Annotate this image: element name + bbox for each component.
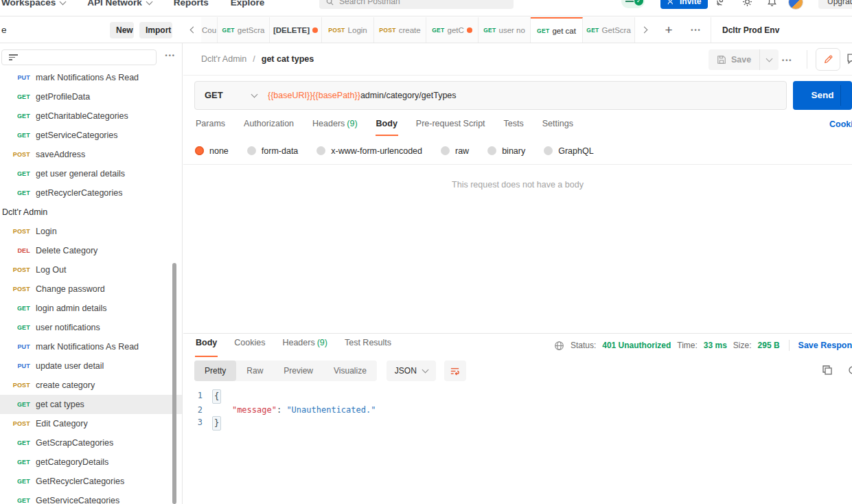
- body-type-option[interactable]: raw: [441, 146, 469, 156]
- request-tab[interactable]: GET getScra: [218, 17, 270, 43]
- request-list-item[interactable]: GET getCategoryDetails: [0, 453, 182, 472]
- radio-button-icon[interactable]: [544, 146, 553, 155]
- request-list-item[interactable]: POST Change password: [0, 279, 182, 299]
- search-response-button[interactable]: [848, 365, 852, 376]
- request-list-item[interactable]: GET getProfileData: [0, 87, 182, 106]
- request-list-item[interactable]: PUT mark Notifications As Read: [0, 68, 182, 87]
- request-list-item[interactable]: GET login admin details: [0, 299, 182, 318]
- wrap-lines-button[interactable]: [444, 360, 466, 381]
- settings-gear-icon[interactable]: [742, 0, 752, 7]
- body-type-option[interactable]: none: [195, 146, 229, 156]
- top-nav-item[interactable]: Workspaces: [1, 0, 65, 8]
- network-globe-icon[interactable]: [554, 341, 564, 351]
- breadcrumb-request-name[interactable]: get cat types: [262, 54, 314, 64]
- breadcrumb-collection[interactable]: Dclt'r Admin: [201, 54, 246, 64]
- copy-response-button[interactable]: [822, 365, 833, 376]
- radio-button-icon[interactable]: [316, 146, 325, 155]
- user-avatar[interactable]: [788, 0, 803, 10]
- request-config-tab[interactable]: Authorization: [243, 115, 295, 135]
- new-button[interactable]: New: [110, 22, 134, 38]
- request-list-item[interactable]: PUT update user detail: [0, 356, 182, 376]
- request-list-item[interactable]: POST Log Out: [0, 260, 182, 279]
- request-tab[interactable]: GET GetScra: [583, 17, 635, 43]
- request-tab[interactable]: Cou: [201, 17, 218, 43]
- response-tab[interactable]: Cookies: [233, 334, 266, 357]
- tab-options-button[interactable]: •••: [682, 17, 711, 43]
- save-options-button[interactable]: [759, 49, 779, 70]
- request-list-item[interactable]: GET get cat types: [0, 395, 182, 414]
- request-more-actions-button[interactable]: •••: [782, 57, 792, 64]
- request-list-item[interactable]: GET user notifications: [0, 318, 182, 337]
- radio-button-icon[interactable]: [195, 146, 204, 155]
- sidebar-more-button[interactable]: •••: [165, 52, 176, 59]
- response-tab[interactable]: Headers(9): [281, 334, 328, 357]
- request-config-tab[interactable]: Headers(9): [312, 115, 358, 135]
- save-split-button[interactable]: Save: [709, 49, 779, 70]
- request-config-tab[interactable]: Pre-request Script: [415, 115, 486, 135]
- sync-status-indicator[interactable]: ✓: [621, 0, 645, 8]
- request-tab[interactable]: [DELETE]: [270, 17, 322, 43]
- top-nav-item[interactable]: API Network: [87, 0, 152, 8]
- response-tab[interactable]: Test Results: [344, 334, 392, 357]
- notifications-bell-icon[interactable]: [767, 0, 777, 7]
- request-list-item[interactable]: PUT mark Notifications As Read: [0, 337, 182, 356]
- response-view-tab[interactable]: Visualize: [323, 360, 377, 381]
- radio-button-icon[interactable]: [441, 146, 450, 155]
- comment-icon[interactable]: [847, 53, 852, 65]
- new-tab-button[interactable]: +: [656, 17, 682, 43]
- cookies-link[interactable]: Cookies: [829, 119, 852, 129]
- request-list-item[interactable]: GET getCharitableCategories: [0, 106, 182, 126]
- response-tab[interactable]: Body: [195, 334, 218, 357]
- request-list-item[interactable]: POST Edit Category: [0, 414, 182, 433]
- request-config-tab[interactable]: Tests: [503, 115, 525, 135]
- request-config-tab[interactable]: Settings: [542, 115, 574, 135]
- request-list-item[interactable]: Dclt'r Admin: [0, 203, 182, 222]
- invite-button[interactable]: Invite: [660, 0, 708, 9]
- request-tab[interactable]: GET get cat: [531, 17, 583, 43]
- request-list-item[interactable]: POST create category: [0, 376, 182, 395]
- import-button[interactable]: Import: [139, 22, 172, 38]
- fold-brace[interactable]: }: [212, 416, 221, 431]
- fold-brace[interactable]: {: [212, 389, 221, 404]
- body-type-option[interactable]: x-www-form-urlencoded: [316, 146, 422, 156]
- response-format-selector[interactable]: JSON: [387, 360, 436, 381]
- body-type-option[interactable]: form-data: [247, 146, 299, 156]
- request-config-tab[interactable]: Params: [195, 115, 226, 135]
- response-body-viewer[interactable]: 1{ 2 "message": "Unauthenticated." 3}: [183, 389, 852, 431]
- request-config-tab[interactable]: Body: [376, 115, 398, 136]
- global-search-input[interactable]: Search Postman: [319, 0, 514, 9]
- radio-button-icon[interactable]: [247, 146, 256, 155]
- request-list-item[interactable]: GET GetScrapCategories: [0, 433, 182, 453]
- tabs-scroll-left-button[interactable]: [183, 17, 201, 43]
- request-list-item[interactable]: GET get user general details: [0, 164, 182, 183]
- request-list-item[interactable]: DEL Delete Category: [0, 241, 182, 260]
- url-input[interactable]: {{baseURI}}{{basePath}}admin/category/ge…: [268, 91, 457, 100]
- request-list-item[interactable]: GET getServiceCategories: [0, 126, 182, 145]
- response-view-tab[interactable]: Raw: [236, 360, 273, 381]
- method-selector[interactable]: GET: [195, 90, 268, 100]
- save-response-button[interactable]: Save Response: [798, 341, 852, 350]
- response-view-tab[interactable]: Pretty: [194, 360, 236, 381]
- top-nav-item[interactable]: Explore: [231, 0, 265, 8]
- request-list-item[interactable]: GET GetRecyclerCategories: [0, 472, 182, 491]
- request-list-item[interactable]: POST Login: [0, 222, 182, 241]
- request-tab[interactable]: POST create: [374, 17, 426, 43]
- body-type-option[interactable]: GraphQL: [544, 146, 593, 156]
- send-button[interactable]: Send: [793, 81, 852, 110]
- environment-selector[interactable]: Dcltr Prod Env: [711, 17, 852, 43]
- collection-filter-input[interactable]: [1, 49, 157, 65]
- request-list-item[interactable]: GET GetServiceCategories: [0, 491, 182, 504]
- request-tab[interactable]: GET getC: [426, 17, 479, 43]
- sidebar-scrollbar[interactable]: [172, 263, 176, 504]
- upgrade-button[interactable]: Upgrade: [818, 0, 852, 9]
- satellite-icon[interactable]: [715, 0, 726, 7]
- response-view-tab[interactable]: Preview: [273, 360, 323, 381]
- request-tab[interactable]: POST Login: [322, 17, 374, 43]
- radio-button-icon[interactable]: [487, 146, 496, 155]
- edit-documentation-button[interactable]: [816, 48, 840, 71]
- body-type-option[interactable]: binary: [487, 146, 525, 156]
- request-list-item[interactable]: POST saveAddress: [0, 145, 182, 164]
- tabs-scroll-right-button[interactable]: [635, 17, 656, 43]
- request-tab[interactable]: GET user no: [479, 17, 531, 43]
- top-nav-item[interactable]: Reports: [174, 0, 209, 8]
